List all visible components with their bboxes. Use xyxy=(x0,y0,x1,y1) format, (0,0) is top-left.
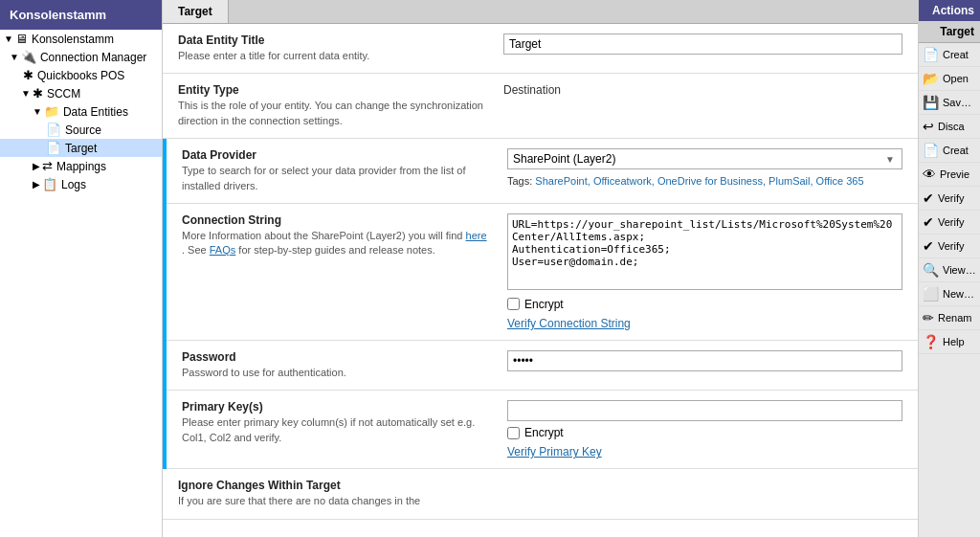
actions-header: Actions xyxy=(919,0,980,21)
tree-icon-sccm: ✱ xyxy=(33,86,43,101)
password-control xyxy=(507,350,902,371)
conn-faqs-link[interactable]: FAQs xyxy=(210,244,236,256)
tags-values: SharePoint, Officeatwork, OneDrive for B… xyxy=(535,175,863,187)
tree-icon-mappings: ⇄ xyxy=(42,159,53,173)
action-icon-new: ⬜ xyxy=(923,286,939,302)
action-icon-create2: 📄 xyxy=(923,143,939,158)
action-item-verify2[interactable]: ✔ Verify xyxy=(919,211,980,235)
tab-bar: Target xyxy=(163,0,918,24)
entity-type-desc: This is the role of your entity. You can… xyxy=(178,99,484,128)
data-provider-select[interactable]: SharePoint (Layer2) xyxy=(507,148,902,169)
tree-icon-connection-manager: 🔌 xyxy=(21,50,36,64)
primary-keys-control: Encrypt Verify Primary Key xyxy=(507,400,902,459)
entity-type-label: Entity Type This is the role of your ent… xyxy=(178,83,503,128)
sidebar-item-data-entities[interactable]: ▼ 📁 Data Entities xyxy=(0,102,162,121)
password-desc: Password to use for authentication. xyxy=(182,366,488,380)
password-heading: Password xyxy=(182,350,488,364)
action-icon-create: 📄 xyxy=(923,47,939,62)
action-item-verify3[interactable]: ✔ Verify xyxy=(919,235,980,258)
tree-icon-konsolenstamm: 🖥 xyxy=(15,32,28,46)
data-provider-control: SharePoint (Layer2) ▼ Tags: SharePoint, … xyxy=(507,148,902,187)
main-content: Target Data Entity Title Please enter a … xyxy=(163,0,918,537)
action-icon-preview: 👁 xyxy=(923,167,936,182)
tab-target[interactable]: Target xyxy=(163,0,229,23)
data-provider-tags: Tags: SharePoint, Officeatwork, OneDrive… xyxy=(507,175,902,187)
sidebar-item-quickbooks-pos[interactable]: ✱ Quickbooks POS xyxy=(0,66,162,84)
data-entity-title-input[interactable] xyxy=(503,34,902,55)
connection-encrypt-label: Encrypt xyxy=(524,298,564,311)
action-icon-verify3: ✔ xyxy=(923,238,934,254)
action-label-create: Creat xyxy=(943,49,976,60)
action-item-view[interactable]: 🔍 View … xyxy=(919,258,980,282)
tree-arrow-konsolenstamm: ▼ xyxy=(4,34,13,44)
primary-keys-heading: Primary Key(s) xyxy=(182,400,488,414)
sidebar-item-logs[interactable]: ▶ 📋 Logs xyxy=(0,175,162,193)
action-item-preview[interactable]: 👁 Previe xyxy=(919,163,980,187)
verify-primary-key-link[interactable]: Verify Primary Key xyxy=(507,445,902,459)
sidebar-item-label-mappings: Mappings xyxy=(56,160,106,173)
action-item-save[interactable]: 💾 Save … xyxy=(919,91,980,115)
sidebar-item-target[interactable]: 📄 Target xyxy=(0,139,162,157)
tags-label: Tags: xyxy=(507,175,532,187)
connection-string-heading: Connection String xyxy=(182,213,488,227)
action-icon-help: ❓ xyxy=(923,334,939,349)
action-label-verify3: Verify xyxy=(938,240,976,252)
conn-here-link[interactable]: here xyxy=(466,230,487,241)
connection-encrypt-row: Encrypt xyxy=(507,298,902,311)
action-label-create2: Creat xyxy=(943,145,976,156)
action-item-create2[interactable]: 📄 Creat xyxy=(919,139,980,163)
action-item-rename[interactable]: ✏ Renam xyxy=(919,306,980,330)
ignore-changes-label: Ignore Changes Within Target If you are … xyxy=(178,479,503,508)
action-item-verify1[interactable]: ✔ Verify xyxy=(919,187,980,211)
section-primary-keys: Primary Key(s) Please enter primary key … xyxy=(167,391,918,469)
entity-type-value: Destination xyxy=(503,80,561,100)
tree-arrow-sccm: ▼ xyxy=(21,88,31,99)
section-password: Password Password to use for authenticat… xyxy=(167,341,918,391)
primary-keys-encrypt-checkbox[interactable] xyxy=(507,427,520,439)
data-provider-heading: Data Provider xyxy=(182,148,488,162)
verify-connection-string-link[interactable]: Verify Connection String xyxy=(507,317,902,330)
password-input[interactable] xyxy=(507,350,902,371)
action-label-save: Save … xyxy=(943,97,976,108)
sidebar-item-sccm[interactable]: ▼ ✱ SCCM xyxy=(0,84,162,102)
connection-encrypt-checkbox[interactable] xyxy=(507,298,520,310)
data-entity-title-label: Data Entity Title Please enter a title f… xyxy=(178,34,503,63)
primary-keys-label: Primary Key(s) Please enter primary key … xyxy=(182,400,507,445)
action-label-verify2: Verify xyxy=(938,216,976,228)
sidebar-item-label-logs: Logs xyxy=(61,178,86,191)
sidebar-item-connection-manager[interactable]: ▼ 🔌 Connection Manager xyxy=(0,48,162,66)
action-item-new[interactable]: ⬜ New … xyxy=(919,282,980,306)
action-label-discard: Disca xyxy=(938,121,976,132)
action-icon-view: 🔍 xyxy=(923,262,939,278)
primary-keys-encrypt-row: Encrypt xyxy=(507,426,902,439)
connection-string-control: URL=https://your_sharepoint_list/Lists/M… xyxy=(507,213,902,330)
entity-type-control: Destination xyxy=(503,83,902,97)
section-connection-string: Connection String More Information about… xyxy=(167,204,918,341)
password-label: Password Password to use for authenticat… xyxy=(182,350,507,380)
action-item-discard[interactable]: ↩ Disca xyxy=(919,115,980,139)
action-item-open[interactable]: 📂 Open xyxy=(919,67,980,91)
sidebar-item-label-quickbooks-pos: Quickbooks POS xyxy=(37,69,124,82)
action-icon-rename: ✏ xyxy=(923,310,934,325)
sidebar-item-label-target: Target xyxy=(65,142,97,155)
sidebar-item-label-sccm: SCCM xyxy=(47,87,80,101)
action-icon-verify2: ✔ xyxy=(923,214,934,230)
data-entity-title-heading: Data Entity Title xyxy=(178,34,484,47)
sidebar-item-konsolenstamm[interactable]: ▼ 🖥 Konsolenstamm xyxy=(0,30,162,48)
primary-keys-input[interactable] xyxy=(507,400,902,421)
sidebar-item-source[interactable]: 📄 Source xyxy=(0,121,162,139)
action-item-help[interactable]: ❓ Help xyxy=(919,330,980,354)
tree-icon-source: 📄 xyxy=(46,123,61,137)
tree-arrow-data-entities: ▼ xyxy=(33,106,42,117)
sidebar-item-mappings[interactable]: ▶ ⇄ Mappings xyxy=(0,157,162,175)
action-icon-save: 💾 xyxy=(923,95,939,110)
action-item-create[interactable]: 📄 Creat xyxy=(919,43,980,67)
data-provider-label: Data Provider Type to search for or sele… xyxy=(182,148,507,193)
action-icon-discard: ↩ xyxy=(923,119,934,134)
data-entity-title-control xyxy=(503,34,902,55)
action-label-new: New … xyxy=(943,288,976,300)
sidebar-item-label-connection-manager: Connection Manager xyxy=(40,51,146,64)
action-icon-open: 📂 xyxy=(923,71,939,86)
conn-desc-end: for step-by-step guides and release note… xyxy=(238,244,434,256)
connection-string-textarea[interactable]: URL=https://your_sharepoint_list/Lists/M… xyxy=(507,213,902,290)
